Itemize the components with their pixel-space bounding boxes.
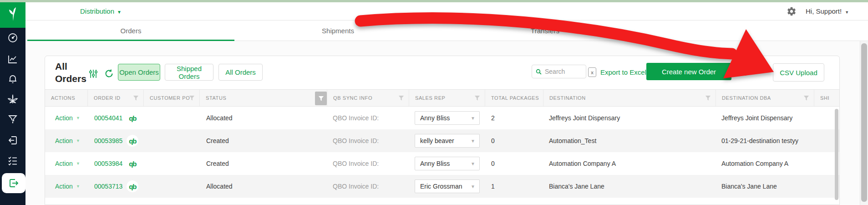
destination-value: Automation_Test [549,137,596,144]
sidebar-item-outbound-active[interactable] [2,173,25,193]
app-bar: Distribution▼ Hi, Support!▼ [25,2,868,20]
tab-transfers-label: Transfers [531,27,559,35]
filter-funnel-icon[interactable] [474,95,480,101]
order-id-cell: 00053985qb [88,129,144,152]
qbo-invoice-label: QBO Invoice ID: [333,160,379,167]
all-orders-label: All Orders [225,68,256,76]
status-cell: Allocated [200,175,327,198]
column-settings-sliders-icon[interactable] [89,69,97,78]
column-header-destination: DESTINATION [543,90,716,106]
column-header-actions: ACTIONS [45,90,88,106]
tab-orders[interactable]: Orders [27,20,234,41]
sales-rep-select[interactable]: Anny Bliss▼ [415,157,480,170]
chevron-down-icon: ▼ [471,116,475,121]
destination-value: Automation Company A [549,160,616,167]
column-visibility-eye-icon[interactable] [736,67,752,77]
analytics-icon[interactable] [7,54,18,65]
filter-funnel-active-icon[interactable] [315,92,327,105]
filter-funnel-icon[interactable] [398,95,404,101]
search-input[interactable] [545,68,581,75]
clipped-sidebar-icon[interactable] [7,202,18,205]
chevron-down-icon: ▼ [76,116,80,120]
inbound-orders-icon[interactable] [7,135,18,146]
notifications-bell-icon[interactable] [7,73,18,84]
excel-glyph: x [591,70,594,75]
orders-card: All Orders Open Orders Shipped Orders Al… [45,56,840,205]
chevron-down-icon: ▼ [845,3,849,21]
search-box [532,65,586,78]
column-header-total-packages: TOTAL PACKAGES [485,90,543,106]
chevron-down-icon: ▼ [471,184,475,189]
column-label: STATUS [200,95,226,101]
table-row: Action▼ 00053985qb Created QBO Invoice I… [45,129,839,152]
tab-transfers[interactable]: Transfers [442,20,649,41]
sales-rep-select[interactable]: Eric Grossman▼ [415,179,480,193]
qb-sync-cell: QBO Invoice ID: [327,129,409,152]
action-dropdown[interactable]: Action▼ [45,129,88,152]
page-scrollbar-thumb[interactable] [861,43,867,202]
action-dropdown[interactable]: Action▼ [45,107,88,129]
customer-po-cell [144,129,200,152]
quickbooks-icon[interactable]: qb [127,135,138,147]
filter-funnel-icon[interactable] [189,95,195,101]
distribution-menu[interactable]: Distribution▼ [80,2,122,20]
order-id-link[interactable]: 00053985 [94,137,122,144]
cannabis-leaf-icon[interactable] [7,94,18,105]
dashboard-icon[interactable] [7,32,18,43]
action-dropdown[interactable]: Action▼ [45,175,88,198]
filter-open-orders-button[interactable]: Open Orders [118,64,160,81]
action-label: Action [55,160,73,167]
sales-rep-select[interactable]: Anny Bliss▼ [415,111,480,125]
csv-upload-label: CSV Upload [780,69,817,77]
search-icon [536,69,542,75]
table-scrollbar-thumb[interactable] [835,109,838,200]
filter-shipped-orders-button[interactable]: Shipped Orders [165,64,213,81]
shipped-orders-label: Shipped Orders [165,65,213,80]
eye-dropdown-caret-icon[interactable]: ▼ [758,67,762,72]
order-id-link[interactable]: 00053713 [94,183,122,190]
destination-dba-value: Automation Company A [721,160,788,167]
create-new-order-button[interactable]: Create new Order [646,63,731,80]
status-value: Created [206,160,229,167]
destination-dba-cell: Jeffreys Joint Dispensary [716,107,814,129]
customer-po-cell [144,152,200,175]
page-scrollbar-track [860,41,868,205]
order-id-link[interactable]: 00054041 [94,114,122,122]
filter-funnel-icon[interactable] [7,114,18,125]
sidebar [0,2,25,205]
create-label: Create new Order [662,68,716,76]
quickbooks-icon[interactable]: qb [127,180,138,192]
qbo-invoice-label: QBO Invoice ID: [333,183,379,190]
filter-funnel-icon[interactable] [133,95,139,101]
export-to-excel-button[interactable]: Export to Excel [600,64,646,81]
tab-shipments[interactable]: Shipments [234,20,442,41]
filter-all-orders-button[interactable]: All Orders [218,64,263,81]
order-id-link[interactable]: 00053984 [94,160,122,167]
total-packages-cell: 1 [485,175,543,198]
chevron-down-icon: ▼ [471,161,475,166]
user-menu[interactable]: Hi, Support!▼ [806,2,849,20]
checklist-icon[interactable] [7,155,18,166]
destination-dba-cell: 01-29-21-destination testyy [716,129,814,152]
csv-upload-button[interactable]: CSV Upload [773,63,824,82]
column-header-destination-dba: DESTINATION DBA [716,90,814,106]
quickbooks-icon[interactable]: qb [127,158,138,169]
status-value: Allocated [206,114,233,122]
sales-rep-value: Eric Grossman [420,183,462,190]
gear-icon[interactable] [787,6,797,16]
app-logo[interactable] [0,2,25,28]
column-label: QB SYNC INFO [327,95,372,101]
customer-po-cell [144,107,200,129]
filter-funnel-icon[interactable] [705,95,711,101]
filter-funnel-icon[interactable] [803,95,809,101]
sales-rep-cell: Anny Bliss▼ [409,152,485,175]
column-header-shipped-clipped: SHI [814,90,839,106]
refresh-icon[interactable] [104,69,114,78]
destination-cell: Jeffreys Joint Dispensary [543,107,716,129]
action-dropdown[interactable]: Action▼ [45,152,88,175]
table-header: ACTIONS ORDER ID CUSTOMER PO STATUS QB S… [45,89,839,107]
quickbooks-icon[interactable]: qb [127,112,138,124]
qbo-invoice-label: QBO Invoice ID: [333,137,379,144]
action-label: Action [55,183,73,190]
sales-rep-select[interactable]: kelly beaver▼ [415,134,480,148]
